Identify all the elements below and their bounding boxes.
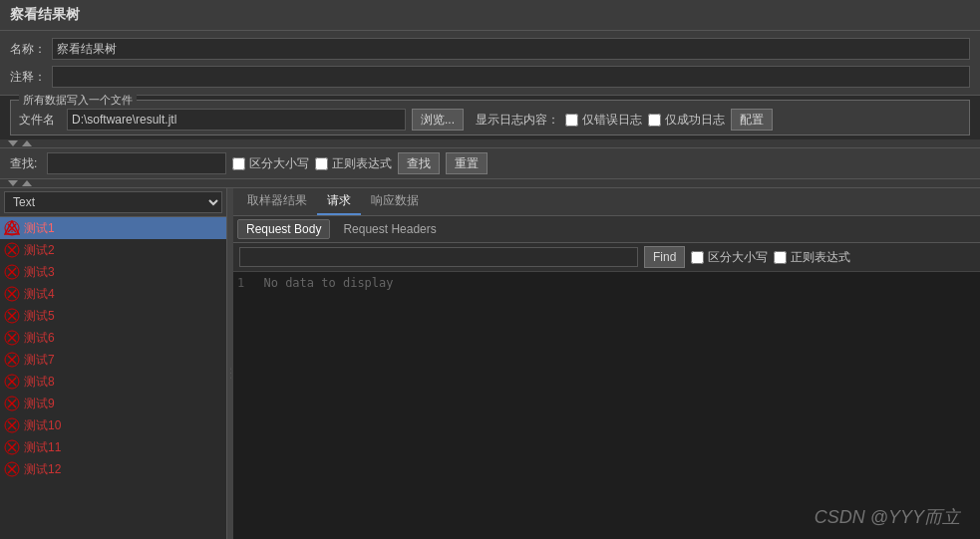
comment-input[interactable] [52, 66, 970, 88]
tree-item-label: 测试1 [24, 220, 55, 237]
tree-item[interactable]: 测试10 [0, 414, 226, 436]
file-group-legend: 所有数据写入一个文件 [19, 93, 137, 108]
tree-item[interactable]: 测试2 [0, 239, 226, 261]
tab-request[interactable]: 请求 [317, 188, 361, 215]
success-log-checkbox[interactable] [648, 114, 661, 127]
main-content: Text XML JSON HTML ! 测试1 [0, 188, 980, 539]
tree-item[interactable]: 测试7 [0, 349, 226, 371]
tree-body: ! 测试1 测试2 测试3 [0, 217, 226, 539]
tree-header: Text XML JSON HTML [0, 188, 226, 217]
line-number: 1 [237, 276, 244, 290]
find-button[interactable]: 查找 [398, 152, 440, 174]
right-panel: 取样器结果 请求 响应数据 Request Body Request Heade… [233, 188, 980, 539]
tree-item-label: 测试10 [24, 417, 61, 434]
case-label: 区分大小写 [249, 155, 309, 172]
error-icon [4, 374, 20, 390]
error-icon [4, 308, 20, 324]
tree-item-label: 测试8 [24, 374, 55, 391]
content-area: 1 No data to display [233, 272, 980, 539]
tree-item[interactable]: ! 测试1 [0, 217, 226, 239]
search-bar: 查找: 区分大小写 正则表达式 查找 重置 [0, 148, 980, 179]
tree-item-label: 测试6 [24, 330, 55, 347]
success-log-group: 仅成功日志 [648, 112, 725, 129]
tree-item-label: 测试11 [24, 439, 61, 456]
regex-label: 正则表达式 [332, 155, 392, 172]
error-icon [4, 286, 20, 302]
name-label: 名称： [10, 41, 46, 58]
tree-item[interactable]: 测试5 [0, 305, 226, 327]
error-log-group: 仅错误日志 [565, 112, 642, 129]
comment-row: 注释： [10, 63, 970, 91]
name-row: 名称： [10, 35, 970, 63]
sub-tab-request-body[interactable]: Request Body [237, 219, 330, 239]
tree-item-label: 测试2 [24, 242, 55, 259]
error-icon [4, 439, 20, 455]
content-find-bar: Find 区分大小写 正则表达式 [233, 243, 980, 272]
file-input[interactable] [67, 109, 406, 131]
tree-type-select[interactable]: Text XML JSON HTML [4, 191, 222, 213]
tree-item[interactable]: 测试3 [0, 261, 226, 283]
content-case-label: 区分大小写 [708, 249, 768, 266]
no-data-text: No data to display [263, 276, 393, 290]
error-icon [4, 396, 20, 411]
tree-item[interactable]: 测试9 [0, 393, 226, 414]
content-find-input[interactable] [239, 247, 638, 267]
section-arrow-1 [0, 139, 980, 148]
search-input[interactable] [47, 152, 226, 174]
tab-bar: 取样器结果 请求 响应数据 [233, 188, 980, 216]
tree-item-label: 测试7 [24, 352, 55, 369]
tree-item-label: 测试12 [24, 461, 61, 478]
name-input[interactable] [52, 38, 970, 60]
content-regex-checkbox[interactable] [774, 251, 787, 264]
section-arrow-2 [0, 179, 980, 188]
collapse-arrow-1[interactable] [8, 140, 18, 146]
content-case-checkbox[interactable] [691, 251, 704, 264]
case-checkbox[interactable] [232, 157, 245, 170]
tree-item-label: 测试4 [24, 286, 55, 303]
regex-group: 正则表达式 [315, 155, 392, 172]
page-title: 察看结果树 [10, 6, 80, 22]
tree-item-label: 测试3 [24, 264, 55, 281]
tree-item[interactable]: 测试8 [0, 371, 226, 393]
error-log-label: 仅错误日志 [582, 112, 642, 129]
success-log-label: 仅成功日志 [665, 112, 725, 129]
error-icon: ! [4, 220, 20, 236]
content-regex-label: 正则表达式 [791, 249, 850, 266]
error-icon [4, 417, 20, 433]
sub-tab-request-headers[interactable]: Request Headers [334, 219, 445, 239]
browse-button[interactable]: 浏览... [412, 109, 464, 131]
tab-response-data[interactable]: 响应数据 [361, 188, 429, 215]
reset-button[interactable]: 重置 [446, 152, 488, 174]
sub-tab-bar: Request Body Request Headers [233, 216, 980, 243]
error-icon [4, 461, 20, 477]
tab-sampler-result[interactable]: 取样器结果 [237, 188, 317, 215]
form-section: 名称： 注释： [0, 31, 980, 96]
search-label: 查找: [10, 155, 37, 172]
tree-item[interactable]: 测试12 [0, 458, 226, 480]
content-line: 1 No data to display [237, 276, 976, 290]
log-label: 显示日志内容： [476, 112, 559, 129]
error-icon [4, 264, 20, 280]
collapse-arrow-2[interactable] [8, 180, 18, 186]
file-label: 文件名 [19, 112, 55, 129]
expand-arrow-1[interactable] [22, 140, 32, 146]
tree-item[interactable]: 测试11 [0, 436, 226, 458]
tree-item-label: 测试9 [24, 396, 55, 412]
title-bar: 察看结果树 [0, 0, 980, 31]
expand-arrow-2[interactable] [22, 180, 32, 186]
content-case-group: 区分大小写 [691, 249, 768, 266]
comment-label: 注释： [10, 69, 46, 86]
content-regex-group: 正则表达式 [774, 249, 850, 266]
content-find-button[interactable]: Find [644, 246, 685, 268]
error-log-checkbox[interactable] [565, 114, 578, 127]
error-icon [4, 330, 20, 346]
config-button[interactable]: 配置 [731, 109, 773, 131]
case-group: 区分大小写 [232, 155, 309, 172]
regex-checkbox[interactable] [315, 157, 328, 170]
error-icon [4, 242, 20, 258]
tree-item[interactable]: 测试6 [0, 327, 226, 349]
tree-item[interactable]: 测试4 [0, 283, 226, 305]
tree-item-label: 测试5 [24, 308, 55, 325]
file-row: 文件名 浏览... 显示日志内容： 仅错误日志 仅成功日志 配置 [19, 109, 961, 131]
tree-panel: Text XML JSON HTML ! 测试1 [0, 188, 227, 539]
